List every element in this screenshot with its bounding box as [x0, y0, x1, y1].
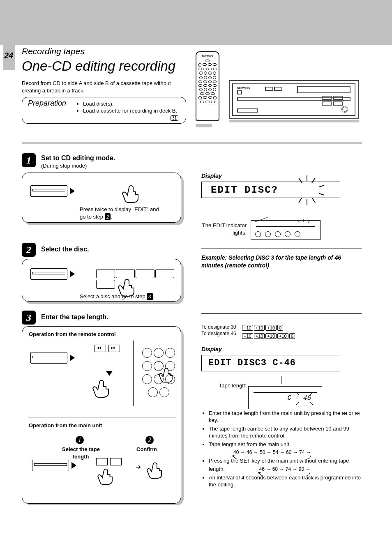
pressing-hand-icon — [121, 184, 145, 204]
unit-base-rule — [229, 120, 359, 122]
remote-control-illustration: KENWOOD — [196, 51, 219, 121]
thin-divider — [201, 249, 362, 249]
display-heading-1: Display — [201, 173, 222, 179]
svg-line-2 — [312, 178, 315, 183]
skip-buttons: ⏮ ⏭ — [95, 345, 120, 352]
pressing-hand-icon — [91, 378, 116, 399]
preparation-heading: Preparation — [28, 99, 66, 108]
svg-line-10 — [308, 221, 310, 223]
prev-track-icon: ⏮ — [97, 345, 101, 350]
arrow-right-icon — [70, 188, 75, 194]
display-panel-1: EDIT DISC? — [201, 182, 340, 198]
display-heading-2: Display — [201, 346, 222, 352]
note-item: Enter the tape length from the main unit… — [209, 410, 362, 424]
svg-line-8 — [297, 221, 300, 223]
note-item: The tape length can be set to any value … — [209, 426, 362, 440]
example-heading: Example: Selecting DISC 3 for the tape l… — [201, 254, 358, 269]
thin-divider — [201, 313, 362, 314]
preparation-list: Load disc(s). Load a cassette for record… — [83, 101, 177, 115]
arrow-down-icon — [106, 371, 113, 376]
step1-title: Set to CD editing mode. — [41, 154, 115, 162]
step2-instruction: Select a disc and go to step 3. — [80, 293, 178, 300]
step3-card: Operation from the remote control ⏮ ⏭ Op… — [22, 326, 181, 504]
page-number: 24 — [4, 51, 13, 60]
svg-line-6 — [319, 185, 324, 187]
pressing-hand-icon — [158, 366, 178, 384]
tape-length-lcd: C - 46 — [248, 386, 322, 409]
example-key-sequence-46: +10+10+10+106 — [242, 332, 295, 339]
blink-sparks-icon — [295, 175, 327, 206]
small-unit-icon — [32, 460, 69, 471]
blink-mini-icon — [294, 391, 318, 407]
sub-step-2-label: Confirm — [136, 446, 157, 453]
svg-line-7 — [319, 193, 324, 195]
remote-button-grid — [198, 60, 217, 118]
small-unit-icon — [30, 185, 67, 197]
preparation-item: Load disc(s). — [83, 101, 177, 107]
note-item: An interval of 4 seconds between each tr… — [209, 474, 362, 488]
leader-line — [281, 376, 281, 384]
card-divider-horiz — [28, 417, 176, 417]
page-top-band — [0, 0, 392, 45]
remote-brand: KENWOOD — [196, 55, 219, 57]
svg-line-0 — [299, 178, 302, 183]
remote-base-rule — [196, 124, 212, 127]
card-divider-vert — [133, 341, 134, 406]
step2-title: Select the disc. — [41, 246, 89, 253]
next-track-icon: ⏭ — [111, 345, 115, 350]
svg-line-11 — [296, 392, 299, 395]
pressing-hand-icon — [145, 461, 168, 480]
step3-title: Enter the tape length. — [41, 313, 108, 321]
svg-line-12 — [310, 392, 313, 395]
arrow-right-icon — [70, 271, 75, 277]
edit-indicator-caption: The EDIT indicatorlights. — [201, 222, 247, 236]
display-text-1: EDIT DISC? — [211, 184, 278, 196]
remote-operation-caption: Operation from the remote control — [29, 331, 116, 338]
flow-arrow-icon: ➔ — [136, 463, 141, 471]
preparation-box: Preparation Load disc(s). Load a cassett… — [22, 97, 186, 124]
section-heading-small: Recording tapes — [22, 46, 85, 56]
pressing-hand-icon — [96, 467, 119, 486]
skip-buttons — [96, 458, 122, 465]
note-item: Tape length set from the main unit. 40 →… — [209, 441, 362, 456]
step-badge-3: 3 — [22, 311, 36, 325]
example-key-sequence-30: +10+10+100 — [242, 324, 284, 331]
svg-line-5 — [312, 198, 315, 203]
blink-mini-icon — [295, 219, 312, 231]
step-badge-1: 1 — [22, 153, 36, 167]
svg-line-3 — [299, 198, 302, 203]
next-track-icon: ⏭ — [355, 410, 360, 416]
display-panel-2: EDIT DISC3 C-46 — [201, 355, 340, 371]
step1-instruction: Press twice to display "EDIT" andgo to s… — [80, 206, 174, 220]
arrow-right-icon — [70, 355, 75, 361]
sub-step-1-badge: 1 — [76, 436, 84, 444]
edit-indicator-lcd — [251, 220, 321, 240]
arrow-right-icon — [71, 462, 76, 469]
section-heading-large: One-CD editing recording — [22, 58, 175, 74]
step1-subtitle: (During stop mode) — [41, 163, 87, 169]
step2-card: Select a disc and go to step 3. — [22, 259, 181, 302]
small-unit-icon — [30, 268, 67, 280]
step1-card: Press twice to display "EDIT" andgo to s… — [22, 173, 181, 223]
intro-text: Record from CD to side A and side B of a… — [22, 80, 182, 94]
page-ref: →31 — [165, 115, 178, 121]
tape-length-caption: Tape length — [201, 382, 247, 389]
small-unit-icon — [30, 352, 67, 364]
display-text-2: EDIT DISC3 C-46 — [208, 358, 296, 368]
svg-line-13 — [296, 402, 299, 405]
main-unit-illustration: KENWOOD — [229, 80, 359, 119]
mainunit-operation-caption: Operation from the main unit — [29, 422, 102, 429]
preparation-item: Load a cassette for recording in deck B. — [83, 108, 177, 114]
svg-line-14 — [310, 402, 313, 405]
notes-list: Enter the tape length from the main unit… — [201, 410, 362, 490]
step-badge-2: 2 — [22, 243, 36, 257]
page-ref-chip: 31 — [171, 115, 178, 121]
note-item: Pressing the SET key of the main unit wi… — [209, 458, 362, 473]
unit-brand: KENWOOD — [237, 87, 250, 89]
sub-step-2-badge: 2 — [145, 436, 154, 444]
prev-track-icon: ⏮ — [342, 410, 347, 416]
example-remote-instr: To designate 30 To designate 46 — [201, 324, 240, 337]
section-divider — [22, 142, 362, 144]
